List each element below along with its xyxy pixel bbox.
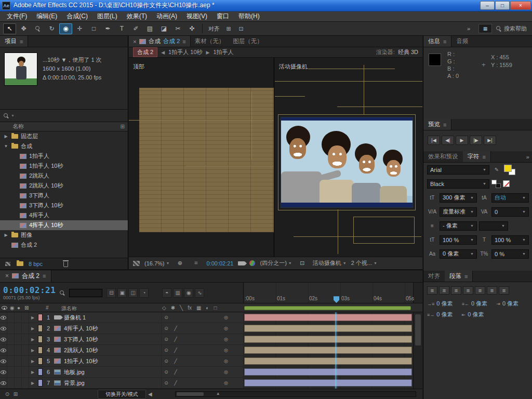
expand-arrow[interactable]: ▼ — [3, 144, 9, 149]
layer-solo-cell[interactable] — [15, 345, 22, 355]
layer-shy-switch[interactable]: ⊙ — [162, 315, 171, 320]
timeline-layer-row[interactable]: ▶33下蹲人 10秒⊙╱◎ — [0, 334, 243, 345]
project-item[interactable]: 合成 2 — [0, 240, 128, 250]
parent-pickwhip-icon[interactable]: ◎ — [221, 326, 231, 331]
transparency-grid-icon[interactable] — [133, 261, 140, 266]
menu-item-3[interactable]: 图层(L) — [92, 11, 122, 21]
parent-pickwhip-icon[interactable]: ◎ — [221, 358, 231, 364]
timeline-toggle-a-1[interactable]: ▣ — [117, 288, 127, 298]
layer-solo-cell[interactable] — [15, 312, 22, 323]
align-right-button[interactable]: ≡ — [451, 286, 461, 295]
scroll-left-icon[interactable]: ◀ — [146, 391, 154, 397]
align-icon-a[interactable]: ⊞ — [223, 23, 234, 34]
region-of-interest-icon[interactable]: ⊡ — [297, 258, 308, 269]
layer-quality-switch[interactable]: ╱ — [171, 369, 180, 375]
project-item[interactable]: 4挥手人 — [0, 210, 128, 220]
viewer-timecode[interactable]: 0:00:02:21 — [206, 260, 233, 267]
tracking-dropdown[interactable]: 0 — [491, 207, 529, 217]
toolbar-overflow-icon[interactable]: » — [463, 23, 474, 34]
switch-header-icon-2[interactable]: ╲ — [180, 305, 183, 311]
menu-item-8[interactable]: 帮助(H) — [234, 11, 264, 21]
renderer-value[interactable]: 经典 3D — [398, 48, 418, 56]
layer-quality-switch[interactable]: ╱ — [171, 326, 180, 331]
zoom-slider-icon[interactable]: ▲ — [216, 391, 220, 396]
layer-solo-cell[interactable] — [15, 356, 22, 366]
playhead-line[interactable] — [336, 312, 336, 389]
layer-color-chip[interactable] — [38, 368, 43, 376]
layer-lock-cell[interactable] — [22, 312, 29, 323]
camera-dropdown[interactable]: 活动摄像机 — [313, 259, 347, 267]
align-center-button[interactable]: ≡ — [439, 286, 449, 295]
pan-behind-tool[interactable]: ✛ — [73, 23, 86, 34]
panel-menu-icon[interactable]: ≡ — [43, 273, 46, 279]
layer-color-chip[interactable] — [38, 357, 43, 365]
layer-expand-arrow[interactable]: ▶ — [29, 348, 36, 353]
project-item[interactable]: 4挥手人 10秒 — [0, 220, 128, 230]
timeline-layer-row[interactable]: ▶6地板.jpg⊙╱◎ — [0, 367, 243, 378]
layer-audio-cell[interactable] — [7, 334, 15, 344]
switch-header-icon-4[interactable]: ▦ — [196, 305, 201, 311]
rotation-tool[interactable]: ↻ — [45, 23, 58, 34]
layer-name[interactable]: 4挥手人 10秒 — [62, 325, 161, 332]
layer-visibility-icon[interactable] — [1, 381, 6, 385]
search-dropdown-icon[interactable]: ▼ — [11, 114, 15, 117]
vertical-scale-dropdown[interactable]: 100 % — [440, 235, 477, 245]
top-view[interactable]: 顶部 — [129, 58, 274, 257]
panel-menu-icon[interactable]: ≡ — [20, 38, 23, 45]
layer-duration-bar[interactable] — [244, 347, 412, 354]
roto-brush-tool[interactable]: ✂ — [171, 23, 184, 34]
switch-header-icon-5[interactable]: ◐ — [206, 305, 209, 311]
flowchart-icon[interactable]: ⊞ — [121, 124, 125, 129]
menu-item-2[interactable]: 合成(C) — [62, 11, 92, 21]
timeline-search-input[interactable] — [69, 289, 102, 297]
parent-pickwhip-icon[interactable]: ◎ — [221, 337, 231, 342]
justify-last-center-button[interactable]: ≡ — [475, 286, 485, 295]
layer-name[interactable]: 3下蹲人 10秒 — [62, 336, 161, 343]
project-bit-depth[interactable]: 8 bpc — [29, 261, 43, 267]
layer-duration-bar[interactable] — [244, 357, 412, 365]
eyedropper-icon[interactable]: ✎ — [491, 167, 502, 172]
menu-item-5[interactable]: 动画(A) — [152, 11, 182, 21]
project-item[interactable]: 3下蹲人 10秒 — [0, 201, 128, 210]
source-name-column-header[interactable]: 源名称 — [61, 305, 77, 312]
layer-name[interactable]: 2跳跃人 10秒 — [62, 347, 161, 354]
tab-layer[interactable]: 图层（无） — [229, 36, 267, 47]
expand-transform-icon[interactable]: ⊙ — [3, 391, 11, 397]
panel-menu-icon[interactable]: ≡ — [443, 122, 446, 128]
layer-color-chip[interactable] — [38, 314, 43, 321]
layer-lock-cell[interactable] — [22, 356, 29, 366]
layer-audio-cell[interactable] — [7, 323, 15, 334]
tab-align[interactable]: 对齐 — [423, 271, 445, 282]
close-button[interactable]: × — [510, 1, 531, 10]
layer-name[interactable]: 1拍手人 10秒 — [62, 357, 161, 365]
transport-button-3[interactable]: |▶ — [470, 136, 482, 145]
tab-composition[interactable]: × 合成 合成 2 ≡ — [129, 36, 191, 47]
transport-button-4[interactable]: ▶| — [484, 136, 496, 145]
clone-stamp-tool[interactable]: ▤ — [143, 23, 156, 34]
layer-visibility-icon[interactable] — [1, 349, 6, 352]
menu-item-1[interactable]: 编辑(E) — [32, 11, 62, 21]
expand-inout-icon[interactable]: ⊞ — [11, 391, 20, 397]
layer-duration-bar[interactable] — [244, 325, 412, 332]
close-tab-icon[interactable]: × — [133, 38, 137, 45]
tab-preview[interactable]: 预览 ≡ — [423, 119, 451, 130]
layer-duration-bar[interactable] — [244, 336, 412, 343]
layer-audio-cell[interactable] — [7, 367, 15, 377]
layer-duration-bar[interactable] — [244, 379, 412, 387]
tab-effects-presets[interactable]: 效果和预设 — [423, 151, 463, 162]
current-timecode[interactable]: 0:00:02:21 — [3, 285, 56, 295]
hand-tool[interactable]: ✥ — [17, 23, 30, 34]
playhead-handle[interactable] — [334, 296, 339, 303]
justify-all-button[interactable]: ≡ — [499, 286, 509, 295]
tab-overflow-icon[interactable]: » — [523, 151, 532, 162]
indent-value[interactable]: 0 像素 — [468, 311, 484, 318]
layer-solo-cell[interactable] — [15, 367, 22, 377]
stroke-style-dropdown[interactable] — [479, 221, 508, 231]
minimize-button[interactable]: – — [480, 1, 495, 10]
kerning-dropdown[interactable]: 度量标准 — [440, 207, 477, 217]
fill-color-swatch[interactable] — [504, 165, 515, 175]
layer-lock-cell[interactable] — [22, 367, 29, 377]
crumb-comp[interactable]: 合成 2 — [133, 47, 157, 57]
timeline-layer-row[interactable]: ▶51拍手人 10秒⊙╱◎ — [0, 356, 243, 367]
font-family-dropdown[interactable]: Arial — [427, 165, 489, 175]
